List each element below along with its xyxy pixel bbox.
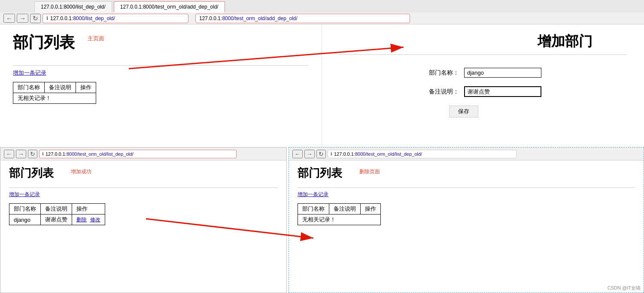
delete-link[interactable]: 删除 xyxy=(76,217,87,223)
forward-button-br[interactable]: → xyxy=(304,150,315,158)
col-name: 部门名称 xyxy=(13,82,45,93)
empty-record-br: 无相关记录！ xyxy=(298,214,381,225)
section-title-br: 部门列表 xyxy=(298,166,342,181)
dept-table-top: 部门名称 备注说明 操作 无相关记录！ xyxy=(13,82,96,104)
page-title-left: 部门列表 xyxy=(13,32,75,53)
reload-button[interactable]: ↻ xyxy=(30,14,41,23)
save-button[interactable]: 保存 xyxy=(449,106,478,118)
row-actions-bl: 删除 修改 xyxy=(72,214,105,225)
col-name-bl: 部门名称 xyxy=(9,204,41,214)
reload-button-br[interactable]: ↻ xyxy=(316,150,326,158)
url-text-bl: 127.0.0.1:8000/test_orm_old/list_dep_old… xyxy=(46,151,134,157)
back-button-br[interactable]: ← xyxy=(292,150,303,158)
success-label: 增加成功 xyxy=(71,168,91,175)
col-note-bl: 备注说明 xyxy=(41,204,72,214)
col-action-bl: 操作 xyxy=(72,204,105,214)
dept-name-label: 部门名称： xyxy=(425,69,459,77)
tab-add-dep[interactable]: 127.0.0.1:8000/test_orm_old/add_dep_old/ xyxy=(114,1,225,12)
page-title-right: 增加部门 xyxy=(538,33,592,49)
col-action-br: 操作 xyxy=(361,204,381,214)
forward-button[interactable]: → xyxy=(17,14,28,23)
url-text-2: 127.0.0.1:8000/test_orm_old/add_dep_old/ xyxy=(199,15,298,21)
address-bar-1[interactable]: ℹ 127.0.0.1:8000/list_dep_old/ xyxy=(43,14,188,23)
nav-label: 主页面 xyxy=(88,35,104,42)
tab-label-2: 127.0.0.1:8000/test_orm_old/add_dep_old/ xyxy=(120,4,219,10)
add-record-link-br[interactable]: 增加一条记录 xyxy=(298,191,328,198)
info-icon: ℹ xyxy=(46,15,48,21)
col-note-br: 备注说明 xyxy=(329,204,361,214)
modify-link[interactable]: 修改 xyxy=(90,217,100,223)
reload-button-bl[interactable]: ↻ xyxy=(28,150,37,158)
url-text-1: 127.0.0.1:8000/list_dep_old/ xyxy=(50,15,115,21)
forward-button-bl[interactable]: → xyxy=(16,150,26,158)
watermark: CSDN @IT女喵 xyxy=(608,285,641,291)
add-record-link-bl[interactable]: 增加一条记录 xyxy=(9,191,40,198)
info-icon-br: ℹ xyxy=(331,151,332,156)
row-name-bl: django xyxy=(9,214,41,225)
col-note: 备注说明 xyxy=(45,82,76,93)
tab-label-1: 127.0.0.1:8000/list_dep_old/ xyxy=(41,4,106,10)
address-bar-bl[interactable]: ℹ 127.0.0.1:8000/test_orm_old/list_dep_o… xyxy=(39,150,237,158)
dept-name-input[interactable] xyxy=(464,68,541,78)
back-button-bl[interactable]: ← xyxy=(4,150,14,158)
dept-table-br: 部门名称 备注说明 操作 无相关记录！ xyxy=(298,203,381,225)
add-record-link-top[interactable]: 增加一条记录 xyxy=(13,69,46,77)
url-text-br: 127.0.0.1:8000/test_orm_old/list_dep_old… xyxy=(334,151,422,157)
info-icon-bl: ℹ xyxy=(42,151,44,156)
dept-table-bl: 部门名称 备注说明 操作 django 谢谢点赞 删除 修改 xyxy=(9,203,105,225)
col-name-br: 部门名称 xyxy=(298,204,329,214)
address-bar-br[interactable]: ℹ 127.0.0.1:8000/test_orm_old/list_dep_o… xyxy=(328,150,516,158)
back-button[interactable]: ← xyxy=(3,14,15,23)
row-note-bl: 谢谢点赞 xyxy=(41,214,72,225)
dept-note-input[interactable] xyxy=(464,86,541,97)
tab-list-dep[interactable]: 127.0.0.1:8000/list_dep_old/ xyxy=(34,1,112,12)
dept-note-label: 备注说明： xyxy=(425,88,459,96)
delete-label: 删除页面 xyxy=(359,168,380,175)
section-title-bl: 部门列表 xyxy=(9,166,54,181)
address-bar-2[interactable]: 127.0.0.1:8000/test_orm_old/add_dep_old/ xyxy=(195,14,410,23)
col-action: 操作 xyxy=(76,82,96,93)
empty-record: 无相关记录！ xyxy=(13,93,96,104)
